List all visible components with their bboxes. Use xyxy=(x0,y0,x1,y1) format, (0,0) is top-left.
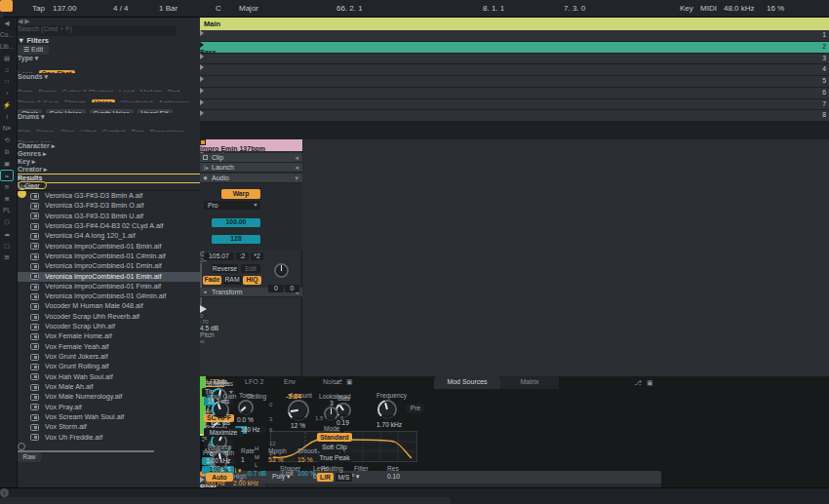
auto-release-button[interactable]: Auto xyxy=(206,473,233,482)
arrangement-position[interactable]: 66. 2. 1 xyxy=(336,4,363,13)
formants-slider[interactable]: 100.00 xyxy=(212,218,260,227)
file-row[interactable]: Veronica ImproCombined-01 Fmin.aif xyxy=(18,282,200,291)
browser-back-button[interactable]: ◀ ▶ xyxy=(18,18,200,25)
sidebar-icon-7[interactable]: ⚡ xyxy=(0,99,14,111)
file-row[interactable]: Vox Pray.aif xyxy=(18,403,200,412)
audio-section-bar[interactable]: ✸Audio▾ xyxy=(200,174,302,183)
file-row[interactable]: Vox Female Home.aif xyxy=(18,331,200,341)
file-row[interactable]: Vox Scream Wah Soul.aif xyxy=(18,412,200,422)
file-row[interactable]: Vox Storm.aif xyxy=(18,422,200,432)
loop-start-display[interactable]: 8. 1. 1 xyxy=(483,4,504,13)
launch-section-bar[interactable]: ∣▸Launch◂ xyxy=(200,163,302,173)
filter-group-sounds[interactable]: Sounds ▾ xyxy=(18,73,200,81)
scene-play-button[interactable] xyxy=(200,64,204,70)
morph-value[interactable]: 53 % xyxy=(268,456,284,463)
limiter-mode-true-peak[interactable]: True Peak xyxy=(317,453,352,462)
clip-section-bar[interactable]: Clip◂ xyxy=(200,153,302,163)
scene-slot[interactable]: 8 xyxy=(200,110,829,121)
drywet-slider[interactable]: 100 % xyxy=(204,466,234,474)
file-row[interactable]: Vox Grunt Jokers.aif xyxy=(18,352,200,362)
scene-play-button[interactable] xyxy=(200,88,204,94)
res-value[interactable]: 0.10 xyxy=(387,473,400,480)
collapse-arrow-icon[interactable]: ◂ xyxy=(295,153,298,163)
scene-slot[interactable]: 7 xyxy=(200,99,829,110)
file-row[interactable]: Veronica G3-F#3-D3 Bmin O.aif xyxy=(18,201,200,211)
edit-button[interactable]: Edit xyxy=(241,264,260,273)
search-input[interactable]: Search (Cmd + F) xyxy=(18,25,177,36)
file-row[interactable]: Vocoder M Human Male 048.aif xyxy=(18,301,200,311)
warp-mode-select[interactable]: Pro xyxy=(204,201,260,210)
hiq-toggle[interactable]: HiQ xyxy=(243,276,261,285)
sidebar-icon-1[interactable]: Co… xyxy=(0,29,14,41)
quantize-menu[interactable]: 1 Bar xyxy=(159,4,178,13)
expand-arrow-icon[interactable]: ▾ xyxy=(295,174,298,183)
rate-value[interactable]: 1 xyxy=(241,456,245,463)
lookahead-knob[interactable] xyxy=(324,407,338,421)
sidebar-icon-2[interactable]: Lib… xyxy=(0,41,14,53)
filter-group-creator[interactable]: Creator ▸ xyxy=(18,166,200,174)
sidebar-icon-11[interactable]: ⧉ xyxy=(0,146,14,158)
amount-knob[interactable] xyxy=(288,400,309,421)
sidebar-icon-10[interactable]: ⟲ xyxy=(0,135,14,146)
sidebar-icon-12[interactable]: ▣ xyxy=(0,158,14,170)
file-row[interactable]: Vocoder Scrap Uhh Reverb.aif xyxy=(18,312,200,322)
frequency-knob[interactable] xyxy=(377,400,397,419)
tone-freq-slider[interactable]: 180 Hz xyxy=(235,426,265,434)
sidebar-icon-8[interactable]: ⌇ xyxy=(0,111,14,123)
limiter-routing-lr[interactable]: L/R xyxy=(317,473,334,482)
tap-button[interactable]: Tap xyxy=(32,4,45,13)
filter-chip-solo-voice[interactable]: Solo Voice xyxy=(46,109,86,113)
ceiling-value[interactable]: -0.7 dB xyxy=(246,470,266,477)
scene-slot[interactable]: 6 xyxy=(200,88,829,98)
scene-slot[interactable]: 4 xyxy=(200,64,829,75)
sidebar-icon-0[interactable]: ◀ xyxy=(0,18,14,29)
sidebar-icon-17[interactable]: ⬡ xyxy=(0,216,14,228)
filter-chip-clap[interactable]: Clap xyxy=(60,129,74,132)
file-row[interactable]: Veronica ImproCombined-01 Bmin.aif xyxy=(18,242,200,252)
scene-play-button[interactable] xyxy=(200,110,204,116)
sidebar-icon-18[interactable]: ☁ xyxy=(0,228,14,240)
scene-play-button[interactable] xyxy=(200,30,204,36)
scene-slot[interactable]: Base2 xyxy=(200,42,829,53)
pitch-knob[interactable] xyxy=(274,263,289,278)
time-signature[interactable]: 4 / 4 xyxy=(113,4,129,13)
filter-chip-percussion[interactable]: Percussion xyxy=(150,129,184,132)
file-row[interactable]: Veronica ImproCombined-01 C#min.aif xyxy=(18,252,200,261)
envelope-slider[interactable]: 128 xyxy=(212,235,260,244)
bpm-double-button[interactable]: *2 xyxy=(251,252,263,261)
filter-group-type[interactable]: Type ▾ xyxy=(18,55,200,62)
scene-play-button[interactable] xyxy=(200,76,204,82)
file-row[interactable]: Vox Male Numerology.aif xyxy=(18,392,200,402)
file-row[interactable]: Veronica G3-F#4-D4-B3 02 CLyd A.aif xyxy=(18,221,200,231)
sidebar-icon-13[interactable]: ≈ xyxy=(0,170,14,181)
raw-button[interactable]: Raw xyxy=(18,452,41,462)
filter-group-key[interactable]: Key ▸ xyxy=(18,158,200,166)
midi-map-button[interactable]: MIDI xyxy=(700,4,717,13)
fade-toggle[interactable]: Fade xyxy=(203,276,221,285)
file-row[interactable]: Veronica ImproCombined-01 G#min.aif xyxy=(18,291,200,301)
gain-slider-handle[interactable] xyxy=(200,305,207,313)
scene-slot[interactable]: 5 xyxy=(200,76,829,87)
file-row[interactable]: Vox Uh Freddie.aif xyxy=(18,433,200,443)
filter-chip-cymbal[interactable]: Cymbal xyxy=(102,129,126,132)
bpm-half-button[interactable]: :2 xyxy=(236,252,249,261)
tempo-display[interactable]: 137.00 xyxy=(53,4,76,13)
lfo-tab-3[interactable]: Env xyxy=(284,378,296,385)
matrix-tab[interactable]: Matrix xyxy=(500,376,559,389)
xover-high-value[interactable]: 2.00 kHz xyxy=(233,480,258,486)
sidebar-icon-20[interactable]: ⊞ xyxy=(0,252,14,263)
filter-chip-vocal-fx[interactable]: Vocal FX xyxy=(138,109,173,113)
clip-title-bar[interactable]: Impro Emin 137bpm xyxy=(200,139,302,151)
pitch-cents[interactable]: 0 xyxy=(285,285,299,293)
file-row[interactable]: Vocoder Scrap Uhh.aif xyxy=(18,322,200,331)
file-row[interactable]: Veronica ImproCombined-01 Emin.aif xyxy=(18,272,200,282)
pitch-semitones[interactable]: 0 xyxy=(268,285,284,293)
filter-chip-tom[interactable]: Tom xyxy=(131,129,143,132)
warp-button[interactable]: Warp xyxy=(221,189,260,199)
file-row[interactable]: Veronica G3-F#3-D3 Bmin U.aif xyxy=(18,212,200,221)
file-row[interactable]: Vox Male Ah.aif xyxy=(18,382,200,392)
scene-slot[interactable]: 3 xyxy=(200,54,829,64)
scale-mode[interactable]: Major xyxy=(239,4,258,13)
file-row[interactable]: Veronica ImproCombined-01 Dmin.aif xyxy=(18,261,200,271)
file-row[interactable]: Vox Hah Wah Soul.aif xyxy=(18,372,200,382)
